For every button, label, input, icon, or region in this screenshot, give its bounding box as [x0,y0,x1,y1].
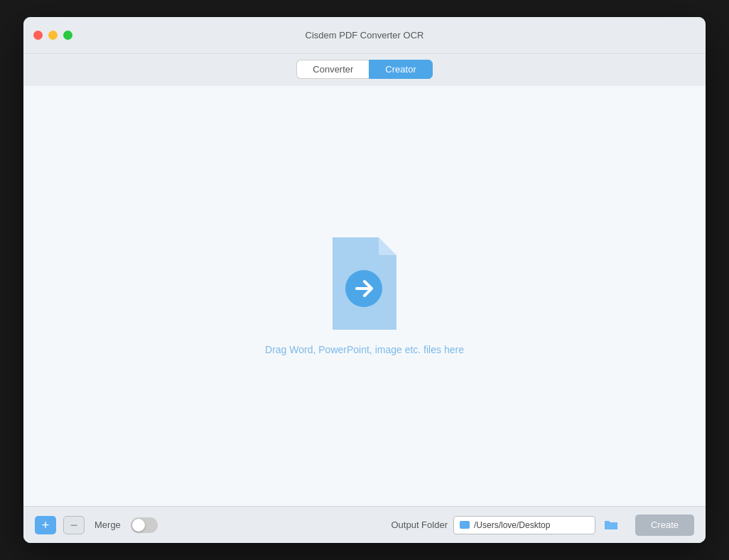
browse-button[interactable] [601,516,621,534]
folder-color-dot [460,521,470,529]
app-window: Cisdem PDF Converter OCR Converter Creat… [23,17,706,543]
tab-bar: Converter Creator [23,54,706,86]
bottom-bar: + − Merge Output Folder /Users/love/Desk… [23,506,706,543]
remove-button[interactable]: − [63,516,85,534]
tab-converter[interactable]: Converter [296,60,369,79]
output-path-display: /Users/love/Desktop [453,516,595,534]
minimize-icon[interactable] [48,31,58,40]
drop-area[interactable]: Drag Word, PowerPoint, image etc. files … [265,237,464,355]
drop-hint: Drag Word, PowerPoint, image etc. files … [265,344,464,355]
maximize-icon[interactable] [63,31,72,40]
merge-label: Merge [94,519,121,530]
window-title: Cisdem PDF Converter OCR [306,30,424,41]
tab-creator[interactable]: Creator [369,60,432,79]
add-button[interactable]: + [35,516,56,534]
create-button[interactable]: Create [635,515,694,536]
main-content: Drag Word, PowerPoint, image etc. files … [23,86,706,506]
titlebar: Cisdem PDF Converter OCR [23,17,706,54]
close-icon[interactable] [33,31,43,40]
output-label: Output Folder [391,519,448,530]
document-icon [325,237,404,330]
output-path-text: /Users/love/Desktop [474,520,550,530]
toggle-knob [132,519,145,532]
folder-open-icon [603,518,619,532]
output-section: Output Folder /Users/love/Desktop [391,516,621,534]
traffic-lights [33,31,72,40]
merge-toggle[interactable] [131,517,158,533]
